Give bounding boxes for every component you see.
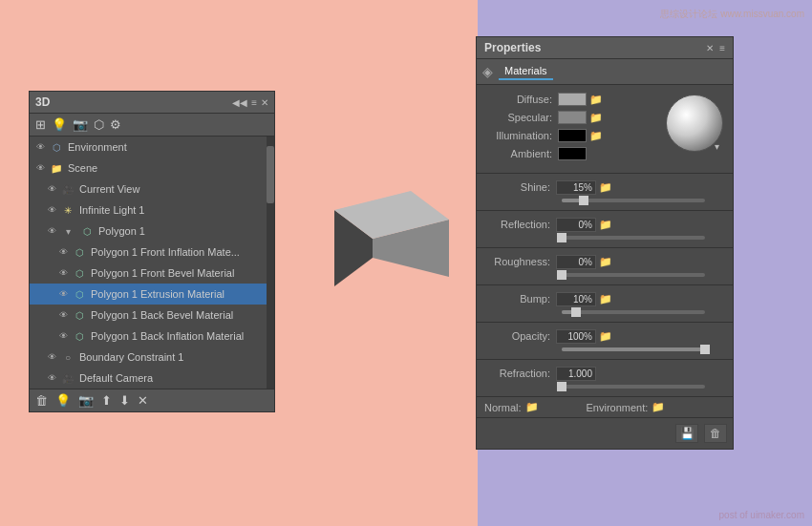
icon-front-bevel: ⬡	[72, 265, 87, 281]
toolbar-settings-icon[interactable]: ⚙	[110, 117, 121, 132]
eye-current-view[interactable]: 👁	[45, 182, 58, 196]
list-item-back-bevel[interactable]: 👁 ⬡ Polygon 1 Back Bevel Material	[30, 305, 274, 326]
normal-label: Normal:	[484, 402, 522, 413]
material-preview: ▾	[666, 95, 723, 152]
specular-folder-icon[interactable]: 📁	[589, 112, 603, 124]
illumination-folder-icon[interactable]: 📁	[589, 130, 603, 142]
scroll-bar[interactable]	[267, 137, 274, 389]
toolbar-shape-icon[interactable]: ⬡	[94, 117, 104, 132]
label-scene: Scene	[68, 162, 270, 174]
props-menu-icon[interactable]: ≡	[719, 43, 725, 53]
opacity-label: Opacity:	[484, 330, 556, 342]
list-item-scene[interactable]: 👁 📁 Scene	[30, 158, 274, 179]
panel-3d-controls: ◀◀ ≡ ✕	[232, 97, 268, 108]
footer-movedown-icon[interactable]: ⬇	[119, 393, 130, 408]
specular-label: Specular:	[486, 112, 558, 123]
toolbar-camera-icon[interactable]: 📷	[73, 117, 88, 132]
shine-input[interactable]	[556, 180, 596, 195]
opacity-folder-icon[interactable]: 📁	[599, 330, 612, 343]
shine-folder-icon[interactable]: 📁	[599, 181, 612, 194]
normal-folder-icon[interactable]: 📁	[525, 401, 539, 413]
normal-env-row: Normal: 📁 Environment: 📁	[477, 396, 733, 417]
list-item-environment[interactable]: 👁 ⬡ Environment	[30, 137, 274, 158]
panel-3d-toolbar: ⊞ 💡 📷 ⬡ ⚙	[30, 114, 274, 137]
opacity-slider-row	[484, 347, 725, 351]
diffuse-folder-icon[interactable]: 📁	[589, 94, 603, 106]
eye-polygon1[interactable]: 👁	[45, 224, 58, 238]
watermark-top: 思综设计论坛 www.missvuan.com	[660, 8, 804, 21]
reflection-slider[interactable]	[562, 236, 705, 240]
toolbar-light-icon[interactable]: 💡	[52, 117, 67, 132]
roughness-section: Roughness: 📁	[477, 247, 733, 284]
opacity-section: Opacity: 📁	[477, 322, 733, 359]
opacity-slider[interactable]	[562, 347, 705, 351]
footer-light-icon[interactable]: 💡	[55, 393, 71, 408]
reflection-row: Reflection: 📁	[484, 215, 725, 234]
roughness-slider[interactable]	[562, 273, 705, 277]
footer-save-btn[interactable]: 💾	[675, 424, 698, 443]
bump-folder-icon[interactable]: 📁	[599, 293, 612, 305]
icon-infinite-light: ✳	[60, 202, 75, 218]
reflection-section: Reflection: 📁	[477, 210, 733, 247]
list-item-current-view[interactable]: 👁 🎥 Current View	[30, 179, 274, 200]
refraction-slider-row	[484, 385, 725, 389]
roughness-folder-icon[interactable]: 📁	[599, 256, 612, 268]
refraction-section: Refraction:	[477, 359, 733, 396]
eye-front-inflation[interactable]: 👁	[56, 245, 70, 259]
reflection-folder-icon[interactable]: 📁	[599, 219, 612, 231]
bump-input[interactable]	[556, 292, 596, 306]
footer-delete-btn[interactable]: 🗑	[704, 424, 727, 443]
specular-swatch[interactable]	[558, 111, 587, 124]
panel-3d: 3D ◀◀ ≡ ✕ ⊞ 💡 📷 ⬡ ⚙ 👁 ⬡ Environment 👁 📁 …	[29, 91, 275, 412]
sphere-dropdown-icon[interactable]: ▾	[715, 141, 719, 152]
list-item-back-inflation[interactable]: 👁 ⬡ Polygon 1 Back Inflation Material	[30, 326, 274, 347]
list-item-polygon1[interactable]: 👁 ▾ ⬡ Polygon 1	[30, 221, 274, 242]
icon-boundary: ○	[60, 349, 75, 365]
props-close-icon[interactable]: ✕	[706, 43, 714, 53]
toolbar-grid-icon[interactable]: ⊞	[35, 117, 46, 132]
refraction-slider[interactable]	[562, 385, 705, 389]
diffuse-swatch[interactable]	[558, 93, 587, 106]
eye-back-bevel[interactable]: 👁	[56, 308, 70, 322]
ambient-swatch[interactable]	[558, 147, 587, 160]
footer-delete-icon[interactable]: ✕	[138, 393, 148, 408]
eye-environment[interactable]: 👁	[33, 140, 47, 154]
list-item-default-camera[interactable]: 👁 🎥 Default Camera	[30, 368, 274, 389]
materials-tab-icon: ◈	[482, 64, 493, 79]
tab-materials[interactable]: Materials	[499, 63, 553, 80]
scroll-thumb[interactable]	[267, 146, 274, 203]
panel-collapse-icon[interactable]: ◀◀	[232, 97, 247, 108]
bump-slider[interactable]	[562, 310, 705, 314]
shine-slider[interactable]	[562, 199, 705, 202]
list-item-front-bevel[interactable]: 👁 ⬡ Polygon 1 Front Bevel Material	[30, 263, 274, 284]
eye-infinite-light[interactable]: 👁	[45, 203, 58, 217]
eye-front-bevel[interactable]: 👁	[56, 266, 70, 280]
list-item-extrusion[interactable]: 👁 ⬡ Polygon 1 Extrusion Material	[30, 284, 274, 305]
eye-extrusion[interactable]: 👁	[56, 287, 70, 301]
eye-scene[interactable]: 👁	[33, 161, 47, 175]
roughness-input[interactable]	[556, 255, 596, 269]
icon-back-bevel: ⬡	[72, 307, 87, 323]
list-item-front-inflation[interactable]: 👁 ⬡ Polygon 1 Front Inflation Mate...	[30, 242, 274, 263]
opacity-input[interactable]	[556, 329, 596, 344]
footer-moveup-icon[interactable]: ⬆	[101, 393, 112, 408]
footer-trash-icon[interactable]: 🗑	[35, 393, 48, 408]
eye-back-inflation[interactable]: 👁	[56, 329, 70, 343]
eye-default-camera[interactable]: 👁	[45, 371, 58, 385]
eye-boundary[interactable]: 👁	[45, 350, 58, 364]
icon-scene: 📁	[49, 160, 64, 176]
illumination-swatch[interactable]	[558, 129, 587, 142]
reflection-input[interactable]	[556, 218, 596, 232]
panel-menu-icon[interactable]: ≡	[251, 97, 257, 108]
list-item-infinite-light[interactable]: 👁 ✳ Infinite Light 1	[30, 200, 274, 221]
icon-expand-polygon1[interactable]: ▾	[60, 223, 75, 239]
shine-label: Shine:	[484, 181, 556, 193]
refraction-row: Refraction:	[484, 364, 725, 383]
shine-row: Shine: 📁	[484, 178, 725, 197]
environment-folder-icon[interactable]: 📁	[652, 401, 665, 413]
panel-close-icon[interactable]: ✕	[261, 97, 268, 108]
list-item-boundary[interactable]: 👁 ○ Boundary Constraint 1	[30, 347, 274, 368]
refraction-input[interactable]	[556, 367, 596, 381]
footer-camera-icon[interactable]: 📷	[78, 393, 94, 408]
bump-row: Bump: 📁	[484, 289, 725, 308]
